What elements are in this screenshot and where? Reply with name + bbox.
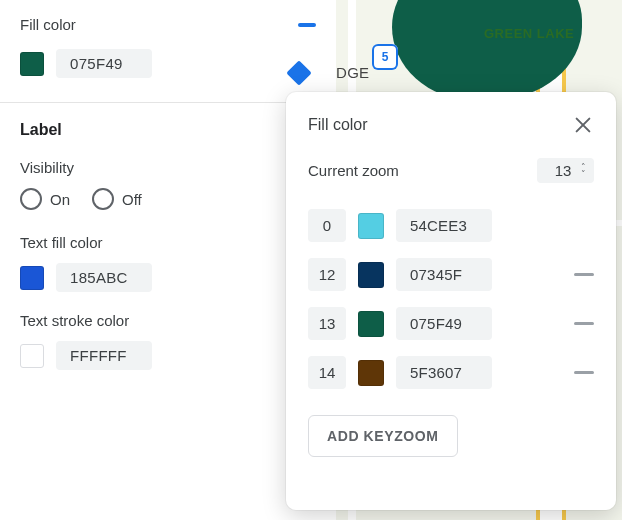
text-stroke-hex-input[interactable]	[56, 341, 152, 370]
map-label-dge: DGE	[336, 64, 369, 81]
text-stroke-row	[20, 341, 316, 370]
fill-color-header: Fill color	[20, 16, 316, 33]
remove-stop-button[interactable]	[504, 371, 594, 374]
zoom-stop-swatch[interactable]	[358, 213, 384, 239]
remove-stop-button[interactable]	[504, 273, 594, 276]
text-fill-row	[20, 263, 316, 292]
zoom-stop-row	[308, 356, 594, 389]
visibility-label: Visibility	[20, 159, 316, 176]
zoom-stop-swatch[interactable]	[358, 311, 384, 337]
interstate-shield-icon: 5	[372, 44, 398, 70]
fill-color-hex-input[interactable]	[56, 49, 152, 78]
zoom-stop-swatch[interactable]	[358, 262, 384, 288]
zoom-stop-row	[308, 307, 594, 340]
text-stroke-label: Text stroke color	[20, 312, 316, 329]
map-label-green-lake: GREEN LAKE	[484, 26, 574, 41]
text-fill-hex-input[interactable]	[56, 263, 152, 292]
visibility-on-option[interactable]: On	[20, 188, 70, 210]
zoom-stop-hex-input[interactable]	[396, 356, 492, 389]
minus-icon	[574, 371, 594, 374]
minus-icon	[574, 322, 594, 325]
remove-stop-button[interactable]	[504, 322, 594, 325]
zoom-stop-hex-input[interactable]	[396, 307, 492, 340]
collapse-icon[interactable]	[298, 23, 316, 27]
current-zoom-value: 13	[551, 162, 575, 179]
stepper-arrows-icon[interactable]: ˄ ˅	[581, 164, 586, 178]
popover-title: Fill color	[308, 116, 368, 134]
text-stroke-swatch[interactable]	[20, 344, 44, 368]
zoom-stop-list	[308, 209, 594, 389]
zoom-stop-hex-input[interactable]	[396, 258, 492, 291]
zoom-stop-row	[308, 258, 594, 291]
fill-color-label: Fill color	[20, 16, 76, 33]
fill-color-swatch[interactable]	[20, 52, 44, 76]
zoom-stop-zoom-input[interactable]	[308, 209, 346, 242]
minus-icon	[574, 273, 594, 276]
visibility-on-label: On	[50, 191, 70, 208]
label-section-title: Label	[20, 121, 316, 139]
zoom-stop-zoom-input[interactable]	[308, 356, 346, 389]
text-fill-swatch[interactable]	[20, 266, 44, 290]
visibility-radio-group: On Off	[20, 188, 316, 210]
radio-icon	[92, 188, 114, 210]
visibility-off-option[interactable]: Off	[92, 188, 142, 210]
zoom-stop-swatch[interactable]	[358, 360, 384, 386]
text-fill-label: Text fill color	[20, 234, 316, 251]
add-keyzoom-button[interactable]: ADD KEYZOOM	[308, 415, 458, 457]
fill-color-popover: Fill color Current zoom 13 ˄ ˅ ADD KEYZO…	[286, 92, 616, 510]
zoom-stop-zoom-input[interactable]	[308, 258, 346, 291]
zoom-stop-hex-input[interactable]	[396, 209, 492, 242]
zoom-stop-zoom-input[interactable]	[308, 307, 346, 340]
close-icon[interactable]	[572, 114, 594, 136]
current-zoom-label: Current zoom	[308, 162, 399, 179]
radio-icon	[20, 188, 42, 210]
chevron-down-icon[interactable]: ˅	[581, 171, 586, 178]
fill-color-row	[20, 49, 316, 78]
zoom-stop-row	[308, 209, 594, 242]
visibility-off-label: Off	[122, 191, 142, 208]
current-zoom-stepper[interactable]: 13 ˄ ˅	[537, 158, 594, 183]
